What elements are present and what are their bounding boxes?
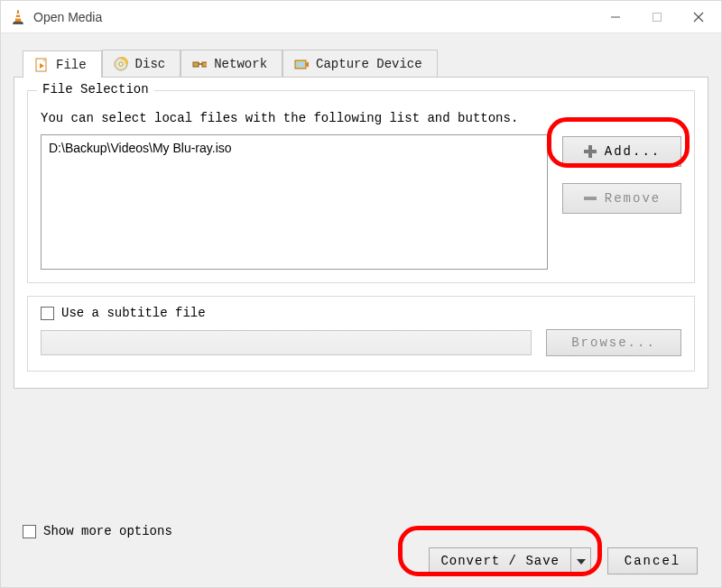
tab-strip: File Disc Network Capture Device	[23, 50, 708, 77]
convert-save-split-button: Convert / Save	[429, 547, 591, 574]
svg-rect-1	[16, 14, 20, 15]
plus-icon	[583, 144, 597, 159]
titlebar: Open Media	[1, 1, 721, 33]
add-button-label: Add...	[605, 144, 661, 159]
file-selection-group: File Selection You can select local file…	[27, 90, 695, 283]
show-more-label: Show more options	[43, 524, 172, 538]
tab-disc-label: Disc	[135, 57, 166, 71]
file-icon	[34, 58, 49, 72]
browse-button[interactable]: Browse...	[546, 329, 681, 356]
svg-marker-0	[15, 10, 21, 22]
network-icon	[192, 57, 207, 71]
svg-rect-17	[297, 62, 304, 67]
remove-button[interactable]: Remove	[562, 183, 681, 214]
window-controls	[595, 3, 719, 32]
subtitle-checkbox[interactable]	[41, 307, 54, 320]
maximize-button[interactable]	[636, 3, 678, 32]
convert-save-label: Convert / Save	[440, 554, 560, 568]
file-selection-hint: You can select local files with the foll…	[41, 111, 681, 125]
convert-save-button[interactable]: Convert / Save	[429, 547, 571, 574]
svg-marker-22	[577, 559, 586, 565]
tab-network[interactable]: Network	[180, 50, 282, 77]
footer: Show more options Convert / Save Cancel	[14, 520, 708, 576]
subtitle-path-field	[41, 330, 532, 355]
add-button[interactable]: Add...	[562, 136, 681, 167]
svg-rect-13	[193, 62, 199, 67]
file-list[interactable]: D:\Backup\Videos\My Blu-ray.iso	[41, 134, 548, 270]
tab-file-label: File	[56, 58, 87, 72]
tab-panel-file: File Selection You can select local file…	[14, 77, 708, 389]
subtitle-checkbox-label: Use a subtitle file	[61, 306, 206, 320]
disc-icon	[114, 57, 128, 71]
svg-rect-21	[584, 197, 597, 200]
svg-rect-5	[653, 13, 662, 21]
minus-icon	[583, 191, 597, 206]
subtitle-group: Use a subtitle file Browse...	[27, 296, 695, 372]
convert-save-dropdown[interactable]	[571, 547, 591, 574]
window-title: Open Media	[33, 10, 102, 24]
svg-rect-14	[202, 62, 207, 67]
remove-button-label: Remove	[605, 191, 661, 206]
tab-file[interactable]: File	[23, 51, 102, 78]
capture-icon	[294, 57, 309, 71]
tab-disc[interactable]: Disc	[102, 50, 181, 77]
show-more-checkbox[interactable]	[23, 525, 36, 538]
svg-marker-3	[13, 22, 23, 24]
cancel-button-label: Cancel	[625, 554, 680, 568]
tab-network-label: Network	[214, 57, 267, 71]
cancel-button[interactable]: Cancel	[607, 547, 698, 574]
open-media-window: Open Media File	[0, 0, 722, 588]
close-button[interactable]	[678, 3, 719, 32]
file-selection-legend: File Selection	[37, 82, 154, 96]
chevron-down-icon	[577, 554, 586, 568]
client-area: File Disc Network Capture Device	[1, 33, 721, 587]
minimize-button[interactable]	[595, 3, 636, 32]
svg-rect-20	[584, 150, 597, 153]
svg-rect-2	[15, 17, 20, 19]
vlc-cone-icon	[10, 9, 26, 25]
file-list-item[interactable]: D:\Backup\Videos\My Blu-ray.iso	[49, 141, 540, 155]
svg-point-12	[119, 62, 123, 66]
tab-capture[interactable]: Capture Device	[282, 50, 438, 77]
tab-capture-label: Capture Device	[316, 57, 422, 71]
browse-button-label: Browse...	[571, 335, 656, 350]
